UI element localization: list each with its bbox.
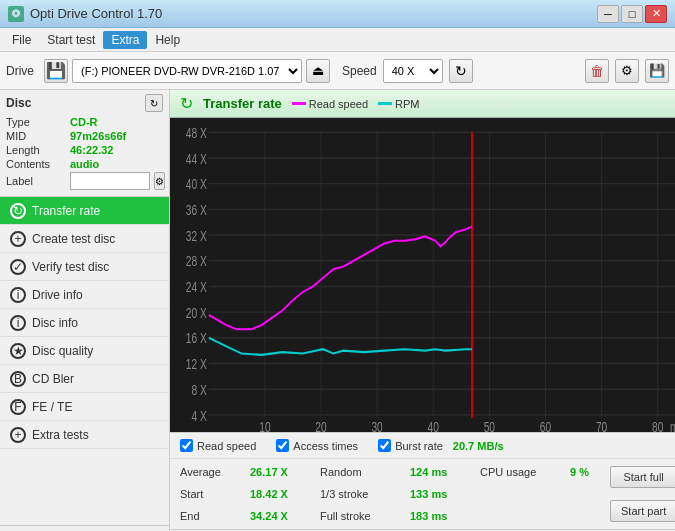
svg-text:10: 10 bbox=[259, 419, 270, 432]
nav-transfer-rate-label: Transfer rate bbox=[32, 204, 100, 218]
contents-value: audio bbox=[70, 158, 99, 170]
nav-bler-label: CD Bler bbox=[32, 372, 74, 386]
menu-start-test[interactable]: Start test bbox=[39, 31, 103, 49]
burst-rate-check-label: Burst rate bbox=[395, 440, 443, 452]
svg-text:20 X: 20 X bbox=[186, 305, 207, 321]
speed-select[interactable]: 40 X Maximum 8 X 16 X 24 X 32 X 48 X bbox=[383, 59, 443, 83]
settings-button[interactable]: ⚙ bbox=[615, 59, 639, 83]
svg-text:40 X: 40 X bbox=[186, 177, 207, 193]
nav-fe-te[interactable]: F FE / TE bbox=[0, 393, 169, 421]
chart-header: ↻ Transfer rate Read speed RPM bbox=[170, 90, 675, 118]
legend-rpm-color bbox=[378, 102, 392, 105]
burst-rate-value: 20.7 MB/s bbox=[453, 440, 504, 452]
toolbar: Drive 💾 (F:) PIONEER DVD-RW DVR-216D 1.0… bbox=[0, 52, 675, 90]
read-speed-check-label: Read speed bbox=[197, 440, 256, 452]
action-buttons: Start full Start part bbox=[610, 459, 675, 529]
read-speed-checkbox[interactable] bbox=[180, 439, 193, 452]
menu-file[interactable]: File bbox=[4, 31, 39, 49]
svg-text:40: 40 bbox=[428, 419, 439, 432]
svg-text:28 X: 28 X bbox=[186, 254, 207, 270]
svg-text:30: 30 bbox=[371, 419, 382, 432]
close-button[interactable]: ✕ bbox=[645, 5, 667, 23]
nav-drive-info[interactable]: i Drive info bbox=[0, 281, 169, 309]
status-window-button[interactable]: Status window >> bbox=[0, 525, 169, 531]
svg-text:44 X: 44 X bbox=[186, 151, 207, 167]
drive-label: Drive bbox=[6, 64, 34, 78]
svg-text:36 X: 36 X bbox=[186, 202, 207, 218]
svg-text:70: 70 bbox=[596, 419, 607, 432]
drive-select[interactable]: (F:) PIONEER DVD-RW DVR-216D 1.07 bbox=[72, 59, 302, 83]
svg-text:48 X: 48 X bbox=[186, 125, 207, 141]
nav-verify-icon: ✓ bbox=[10, 259, 26, 275]
svg-text:min: min bbox=[670, 419, 675, 432]
nav-verify-test-disc[interactable]: ✓ Verify test disc bbox=[0, 253, 169, 281]
bottom-controls: Read speed Access times Burst rate 20.7 … bbox=[170, 432, 675, 529]
svg-text:4 X: 4 X bbox=[191, 408, 206, 424]
svg-text:60: 60 bbox=[540, 419, 551, 432]
nav-quality-icon: ★ bbox=[10, 343, 26, 359]
disc-refresh-button[interactable]: ↻ bbox=[145, 94, 163, 112]
length-value: 46:22.32 bbox=[70, 144, 113, 156]
nav-bler-icon: B bbox=[10, 371, 26, 387]
end-label: End bbox=[180, 510, 230, 522]
start-part-button[interactable]: Start part bbox=[610, 500, 675, 522]
drive-icon-button[interactable]: 💾 bbox=[44, 59, 68, 83]
nav-disc-info[interactable]: i Disc info bbox=[0, 309, 169, 337]
svg-text:24 X: 24 X bbox=[186, 279, 207, 295]
minimize-button[interactable]: ─ bbox=[597, 5, 619, 23]
drive-eject-button[interactable]: ⏏ bbox=[306, 59, 330, 83]
chart-canvas: 48 X 44 X 40 X 36 X 32 X 28 X 24 X 20 X … bbox=[170, 118, 675, 432]
svg-text:50: 50 bbox=[484, 419, 495, 432]
access-times-check-label: Access times bbox=[293, 440, 358, 452]
average-value: 26.17 X bbox=[250, 466, 300, 478]
menu-extra[interactable]: Extra bbox=[103, 31, 147, 49]
nav-create-test-disc[interactable]: + Create test disc bbox=[0, 225, 169, 253]
menu-help[interactable]: Help bbox=[147, 31, 188, 49]
nav-extra-tests[interactable]: + Extra tests bbox=[0, 421, 169, 449]
cpu-value: 9 % bbox=[570, 466, 600, 478]
length-label: Length bbox=[6, 144, 66, 156]
menu-bar: File Start test Extra Help bbox=[0, 28, 675, 52]
legend-rpm-label: RPM bbox=[395, 98, 419, 110]
window-controls: ─ □ ✕ bbox=[597, 5, 667, 23]
stats-average-row: Average 26.17 X Random 124 ms CPU usage … bbox=[170, 461, 610, 483]
nav-transfer-rate[interactable]: ↻ Transfer rate bbox=[0, 197, 169, 225]
save-button[interactable]: 💾 bbox=[645, 59, 669, 83]
stats-left: Average 26.17 X Random 124 ms CPU usage … bbox=[170, 459, 610, 529]
checkbox-row: Read speed Access times Burst rate 20.7 … bbox=[170, 433, 675, 459]
start-full-button[interactable]: Start full bbox=[610, 466, 675, 488]
access-times-checkbox[interactable] bbox=[276, 439, 289, 452]
maximize-button[interactable]: □ bbox=[621, 5, 643, 23]
start-value: 18.42 X bbox=[250, 488, 300, 500]
window-title: Opti Drive Control 1.70 bbox=[30, 6, 162, 21]
end-value: 34.24 X bbox=[250, 510, 300, 522]
label-input[interactable] bbox=[70, 172, 150, 190]
stroke13-label: 1/3 stroke bbox=[320, 488, 390, 500]
legend-read-label: Read speed bbox=[309, 98, 368, 110]
start-label: Start bbox=[180, 488, 230, 500]
title-bar: 💿 Opti Drive Control 1.70 ─ □ ✕ bbox=[0, 0, 675, 28]
nav-quality-label: Disc quality bbox=[32, 344, 93, 358]
label-field-label: Label bbox=[6, 175, 66, 187]
clear-button[interactable]: 🗑 bbox=[585, 59, 609, 83]
nav-extra-icon: + bbox=[10, 427, 26, 443]
svg-text:32 X: 32 X bbox=[186, 228, 207, 244]
disc-title: Disc bbox=[6, 96, 31, 110]
random-label: Random bbox=[320, 466, 390, 478]
fullstroke-value: 183 ms bbox=[410, 510, 460, 522]
nav-cd-bler[interactable]: B CD Bler bbox=[0, 365, 169, 393]
main-content: Disc ↻ Type CD-R MID 97m26s66f Length 46… bbox=[0, 90, 675, 531]
svg-text:12 X: 12 X bbox=[186, 357, 207, 373]
stats-area: Average 26.17 X Random 124 ms CPU usage … bbox=[170, 459, 675, 529]
burst-rate-checkbox[interactable] bbox=[378, 439, 391, 452]
nav-disc-quality[interactable]: ★ Disc quality bbox=[0, 337, 169, 365]
label-settings-button[interactable]: ⚙ bbox=[154, 172, 165, 190]
nav-fete-icon: F bbox=[10, 399, 26, 415]
svg-text:8 X: 8 X bbox=[191, 382, 206, 398]
refresh-button[interactable]: ↻ bbox=[449, 59, 473, 83]
nav-drive-icon: i bbox=[10, 287, 26, 303]
nav-fete-label: FE / TE bbox=[32, 400, 72, 414]
right-panel: ↻ Transfer rate Read speed RPM bbox=[170, 90, 675, 531]
cpu-label: CPU usage bbox=[480, 466, 550, 478]
random-value: 124 ms bbox=[410, 466, 460, 478]
